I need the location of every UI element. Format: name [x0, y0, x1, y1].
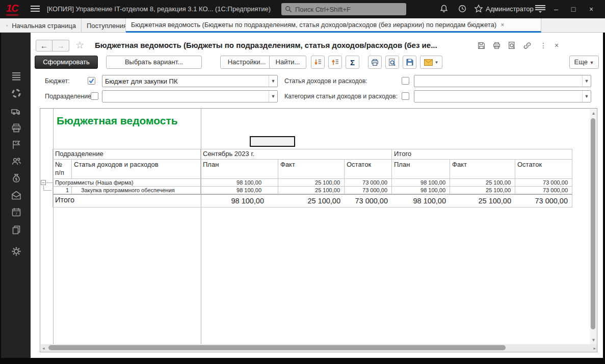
- scroll-up-icon[interactable]: ▲: [591, 111, 596, 116]
- documents-icon[interactable]: [11, 224, 23, 237]
- totals-sigma-button[interactable]: Σ: [346, 56, 359, 69]
- nav-forward-button[interactable]: →: [52, 40, 69, 51]
- total-cell-value[interactable]: 98 100,00: [201, 194, 278, 207]
- print-icon[interactable]: [492, 41, 503, 50]
- cell-value[interactable]: 73 000,00: [345, 179, 392, 187]
- delivery-van-icon[interactable]: [11, 106, 23, 118]
- service-menu-icon[interactable]: [535, 5, 545, 13]
- close-window-button[interactable]: ×: [585, 4, 597, 15]
- find-button[interactable]: Найти...: [269, 56, 306, 69]
- page-title: Бюджетная ведомость (Бюджеты по подразде…: [95, 41, 437, 49]
- item-filter-combo[interactable]: ▼: [414, 75, 591, 87]
- printer-icon[interactable]: [11, 122, 23, 135]
- main-menu-icon[interactable]: [31, 6, 40, 13]
- horizontal-scrollbar[interactable]: ◂ ▸: [41, 344, 597, 351]
- cell-value[interactable]: 25 100,00: [278, 179, 345, 187]
- send-email-button[interactable]: ▼: [420, 56, 442, 69]
- mail-icon[interactable]: [11, 190, 23, 202]
- save-toolbar-button[interactable]: [403, 56, 416, 69]
- nav-back-button[interactable]: ←: [36, 40, 52, 51]
- current-user[interactable]: Администратор: [486, 5, 534, 13]
- budget-filter-checkbox[interactable]: [88, 77, 95, 85]
- scroll-right-icon[interactable]: ▸: [593, 346, 596, 351]
- history-icon[interactable]: [458, 4, 469, 14]
- tab-budget-report[interactable]: Бюджетная ведомость (Бюджеты по подразде…: [126, 18, 541, 33]
- combo-dropdown-icon[interactable]: ▼: [269, 91, 277, 102]
- favorites-star-icon[interactable]: [474, 4, 485, 14]
- tab-receipts-label: Поступления: [87, 22, 126, 30]
- cell-value[interactable]: 25 100,00: [450, 179, 515, 187]
- minimize-button[interactable]: –: [550, 4, 562, 15]
- save-report-icon[interactable]: [477, 41, 487, 50]
- total-cell-value[interactable]: 73 000,00: [515, 194, 572, 207]
- cell-value[interactable]: 98 100,00: [201, 179, 278, 187]
- cell-value[interactable]: 25 100,00: [278, 187, 345, 194]
- col-group-period: Сентябрь 2023 г.: [201, 149, 392, 160]
- category-filter-combo[interactable]: ▼: [414, 90, 591, 102]
- total-cell-value[interactable]: 73 000,00: [345, 194, 392, 207]
- budget-filter-combo[interactable]: Бюджет для закупки ПК ▼: [102, 75, 278, 87]
- notifications-bell-icon[interactable]: [439, 4, 451, 14]
- get-link-icon[interactable]: [523, 41, 533, 50]
- col-header-rest: Остаток: [515, 160, 572, 179]
- cell-value[interactable]: 73 000,00: [515, 187, 572, 194]
- cell-value[interactable]: 25 100,00: [450, 187, 515, 194]
- group-collapse-icon[interactable]: –: [41, 180, 46, 185]
- maximize-button[interactable]: □: [567, 4, 580, 15]
- item-filter-label: Статья доходов и расходов:: [284, 74, 367, 88]
- print-toolbar-button[interactable]: [368, 56, 382, 69]
- select-variant-button[interactable]: Выбрать вариант...: [106, 56, 202, 69]
- horizontal-scroll-thumb[interactable]: [48, 345, 506, 350]
- preview-toolbar-button[interactable]: [385, 56, 399, 69]
- combo-dropdown-icon[interactable]: ▼: [582, 91, 591, 102]
- tab-home-label: Начальная страница: [12, 22, 76, 30]
- total-cell-value[interactable]: 25 100,00: [278, 194, 345, 207]
- settings-button[interactable]: Настройки...: [220, 56, 273, 69]
- close-form-icon[interactable]: ×: [551, 41, 562, 50]
- report-spreadsheet[interactable]: Бюджетная ведомость – Подразделение Сент…: [40, 108, 597, 352]
- calendar-icon[interactable]: 7: [11, 206, 23, 219]
- category-filter-checkbox[interactable]: [402, 92, 409, 100]
- more-button[interactable]: Еще ▼: [569, 56, 599, 69]
- selected-cell[interactable]: [250, 136, 295, 147]
- department-filter-checkbox[interactable]: [91, 92, 98, 100]
- scroll-down-icon[interactable]: ▼: [591, 337, 596, 343]
- tab-receipts[interactable]: Поступления ×: [82, 18, 126, 33]
- tab-close-icon[interactable]: ×: [501, 21, 504, 29]
- vertical-scrollbar[interactable]: ▲ ▼: [590, 109, 596, 344]
- global-search-input[interactable]: Поиск Ctrl+Shift+F: [281, 3, 406, 15]
- flag-icon[interactable]: [11, 139, 23, 151]
- cell-value[interactable]: 98 100,00: [392, 187, 450, 194]
- cell-value[interactable]: 98 100,00: [201, 187, 278, 194]
- cell-value[interactable]: 73 000,00: [515, 179, 572, 187]
- item-filter-checkbox[interactable]: [402, 77, 409, 85]
- settings-gear-icon[interactable]: [11, 246, 23, 258]
- svg-text:7: 7: [15, 212, 18, 216]
- expand-groups-button[interactable]: [328, 56, 342, 69]
- cell-value[interactable]: 73 000,00: [345, 187, 392, 194]
- row-item-label[interactable]: Закупка программного обеспечения: [72, 187, 201, 194]
- more-commands-icon[interactable]: ⋮: [538, 41, 548, 50]
- total-row-label[interactable]: Итого: [53, 194, 201, 207]
- category-filter-label: Категория статьи доходов и расходов:: [284, 90, 398, 103]
- row-num[interactable]: 1: [53, 187, 72, 194]
- tab-home[interactable]: Начальная страница: [1, 18, 82, 33]
- collapse-groups-button[interactable]: [311, 56, 325, 69]
- total-cell-value[interactable]: 98 100,00: [392, 194, 450, 207]
- total-cell-value[interactable]: 25 100,00: [450, 194, 515, 207]
- tab-bar: Начальная страница Поступления × Бюджетн…: [0, 18, 605, 33]
- money-bag-icon[interactable]: [11, 173, 23, 185]
- vertical-scroll-thumb[interactable]: [591, 118, 595, 329]
- scroll-left-icon[interactable]: ◂: [42, 346, 45, 351]
- department-filter-combo[interactable]: ▼: [102, 90, 278, 102]
- combo-dropdown-icon[interactable]: ▼: [582, 75, 591, 87]
- sections-list-icon[interactable]: [11, 70, 23, 83]
- print-preview-icon[interactable]: [508, 41, 518, 50]
- helpdesk-icon[interactable]: [11, 88, 23, 100]
- employees-icon[interactable]: [11, 156, 23, 168]
- add-favorite-star-icon[interactable]: ☆: [75, 39, 84, 51]
- row-group-label[interactable]: Программисты (Наша фирма): [53, 179, 201, 187]
- combo-dropdown-icon[interactable]: ▼: [269, 75, 277, 87]
- cell-value[interactable]: 98 100,00: [392, 179, 450, 187]
- generate-button[interactable]: Сформировать: [35, 56, 98, 69]
